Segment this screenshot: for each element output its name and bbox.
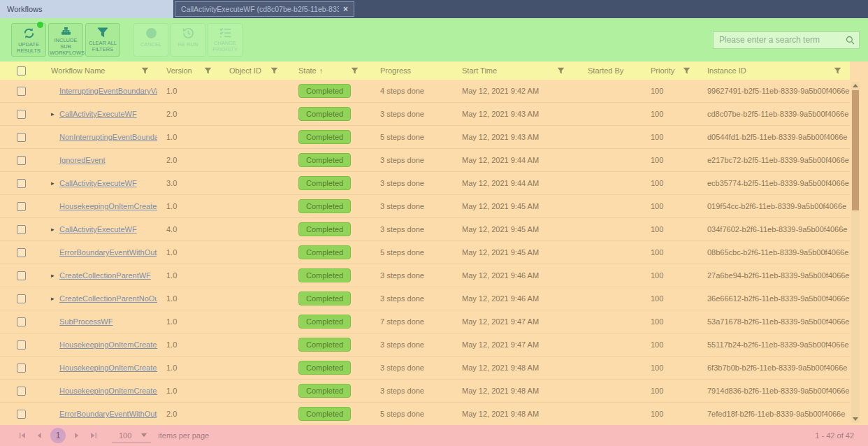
row-checkbox[interactable] — [17, 364, 26, 373]
column-header-version[interactable]: Version — [157, 62, 220, 80]
workflow-name-link[interactable]: CallActivityExecuteWF — [59, 225, 137, 233]
filter-icon[interactable] — [683, 67, 690, 75]
progress-cell: 4 steps done — [367, 80, 440, 102]
object-id-cell — [220, 287, 287, 310]
next-page-button[interactable] — [68, 427, 85, 444]
table-row[interactable]: HousekeepingOnItemCreated1.0Completed3 s… — [0, 357, 850, 380]
workflow-name-link[interactable]: ErrorBoundaryEventWithOutp... — [59, 248, 157, 257]
started-by-cell — [573, 310, 632, 333]
expand-row-icon[interactable]: ▸ — [51, 110, 59, 117]
vertical-scrollbar[interactable] — [851, 82, 860, 423]
table-row[interactable]: ErrorBoundaryEventWithOutp...2.0Complete… — [0, 403, 850, 425]
filter-icon[interactable] — [557, 67, 565, 75]
page-size-dropdown[interactable]: 100 — [112, 429, 151, 443]
workflow-name-link[interactable]: NonInterruptingEventBoundar... — [59, 133, 157, 141]
row-checkbox[interactable] — [17, 248, 26, 257]
column-header-workflow-name[interactable]: Workflow Name — [42, 62, 157, 80]
row-checkbox[interactable] — [17, 410, 26, 419]
table-row[interactable]: ErrorBoundaryEventWithOutp...1.0Complete… — [0, 241, 850, 264]
column-header-priority[interactable]: Priority — [632, 62, 699, 80]
row-checkbox[interactable] — [17, 156, 26, 165]
filter-icon[interactable] — [834, 67, 841, 75]
workflow-name-link[interactable]: HousekeepingOnItemCreated — [59, 364, 157, 372]
table-row[interactable]: HousekeepingOnItemCreated1.0Completed3 s… — [0, 380, 850, 403]
table-row[interactable]: HousekeepingOnItemCreated1.0Completed3 s… — [0, 333, 850, 357]
column-header-started-by[interactable]: Started By — [573, 62, 632, 80]
table-row[interactable]: SubProcessWF1.0Completed7 steps doneMay … — [0, 310, 850, 333]
column-header-object-id[interactable]: Object ID — [220, 62, 287, 80]
table-row[interactable]: NonInterruptingEventBoundar...1.0Complet… — [0, 126, 850, 149]
workflow-name-link[interactable]: ErrorBoundaryEventWithOutp... — [59, 410, 157, 418]
started-by-cell — [573, 80, 632, 102]
filter-icon[interactable] — [141, 67, 149, 75]
expand-row-icon[interactable]: ▸ — [51, 295, 59, 302]
update-results-button[interactable]: UPDATE RESULTS — [11, 23, 46, 57]
table-row[interactable]: ▸CallActivityExecuteWF4.0Completed3 step… — [0, 218, 850, 241]
row-checkbox[interactable] — [17, 202, 26, 211]
search-input[interactable] — [713, 31, 860, 49]
start-time-cell: May 12, 2021 9:48 AM — [440, 403, 573, 425]
column-header-instance-id[interactable]: Instance ID — [699, 62, 850, 80]
workflow-name-link[interactable]: CreateCollectionParentNoOut... — [59, 294, 157, 303]
row-checkbox[interactable] — [17, 317, 26, 326]
row-checkbox[interactable] — [17, 133, 26, 142]
prev-page-button[interactable] — [31, 427, 48, 444]
search-icon[interactable] — [846, 36, 855, 45]
table-row[interactable]: HousekeepingOnItemCreated1.0Completed3 s… — [0, 195, 850, 218]
row-checkbox[interactable] — [17, 271, 26, 280]
workflow-name-link[interactable]: HousekeepingOnItemCreated — [59, 340, 157, 349]
tab-workflows[interactable]: Workflows — [0, 0, 173, 18]
clear-all-filters-button[interactable]: CLEAR ALL FILTERS — [85, 23, 120, 57]
table-row[interactable]: InterruptingEventBoundaryVal...1.0Comple… — [0, 80, 850, 103]
instance-id-cell: 034f7602-b2f6-11eb-8339-9a5b00f4066e — [699, 218, 850, 240]
row-checkbox[interactable] — [17, 87, 26, 96]
workflow-name-link[interactable]: IgnoredEvent — [59, 156, 105, 164]
column-header-progress[interactable]: Progress — [367, 62, 440, 80]
workflow-name-link[interactable]: HousekeepingOnItemCreated — [59, 202, 157, 210]
column-header-start-time[interactable]: Start Time — [440, 62, 573, 80]
row-checkbox[interactable] — [17, 340, 26, 350]
row-checkbox[interactable] — [17, 179, 26, 188]
include-sub-workflows-button[interactable]: INCLUDE SUB WORKFLOWS — [48, 23, 83, 57]
filter-icon[interactable] — [270, 67, 278, 75]
scroll-down-icon[interactable] — [853, 417, 858, 421]
start-time-cell: May 12, 2021 9:44 AM — [440, 149, 573, 171]
expand-row-icon[interactable]: ▸ — [51, 180, 59, 187]
row-checkbox[interactable] — [17, 225, 26, 234]
tab-call-activity-execute-wf[interactable]: CallActivityExecuteWF (cd8c07be-b2f5-11e… — [175, 1, 354, 17]
expand-row-icon[interactable]: ▸ — [51, 226, 59, 233]
workflow-name-link[interactable]: InterruptingEventBoundaryVal... — [59, 87, 157, 95]
current-page-button[interactable]: 1 — [50, 428, 66, 443]
priority-cell: 100 — [632, 357, 699, 379]
column-header-state[interactable]: State ↑ — [287, 62, 367, 80]
last-page-button[interactable] — [85, 427, 102, 444]
filter-icon[interactable] — [351, 67, 359, 75]
workflow-name-link[interactable]: SubProcessWF — [59, 317, 113, 326]
row-checkbox[interactable] — [17, 110, 26, 119]
start-time-cell: May 12, 2021 9:45 AM — [440, 241, 573, 264]
expand-row-icon[interactable]: ▸ — [51, 272, 59, 279]
workflow-name-link[interactable]: HousekeepingOnItemCreated — [59, 387, 157, 395]
table-row[interactable]: ▸CallActivityExecuteWF3.0Completed3 step… — [0, 172, 850, 195]
table-row[interactable]: ▸CallActivityExecuteWF2.0Completed3 step… — [0, 103, 850, 126]
select-all-checkbox[interactable] — [17, 66, 26, 75]
table-row[interactable]: IgnoredEvent2.0Completed3 steps doneMay … — [0, 149, 850, 172]
instance-id-cell: 99627491-b2f5-11eb-8339-9a5b00f4066e — [699, 80, 850, 102]
table-row[interactable]: ▸CreateCollectionParentNoOut...1.0Comple… — [0, 287, 850, 310]
close-icon[interactable]: × — [343, 4, 348, 14]
row-checkbox[interactable] — [17, 387, 26, 396]
scrollbar-thumb[interactable] — [852, 90, 859, 210]
version-cell: 1.0 — [157, 357, 220, 379]
first-page-button[interactable] — [14, 427, 31, 444]
filter-icon[interactable] — [204, 67, 212, 75]
workflow-name-link[interactable]: CallActivityExecuteWF — [59, 110, 137, 118]
state-badge: Completed — [298, 407, 351, 421]
workflow-name-link[interactable]: CreateCollectionParentWF — [59, 271, 151, 280]
start-time-cell: May 12, 2021 9:42 AM — [440, 80, 573, 102]
scroll-up-icon[interactable] — [853, 84, 858, 87]
table-row[interactable]: ▸CreateCollectionParentWF1.0Completed3 s… — [0, 264, 850, 287]
workflow-name-link[interactable]: CallActivityExecuteWF — [59, 179, 137, 187]
row-checkbox[interactable] — [17, 294, 26, 303]
state-badge: Completed — [298, 130, 351, 144]
object-id-cell — [220, 310, 287, 333]
